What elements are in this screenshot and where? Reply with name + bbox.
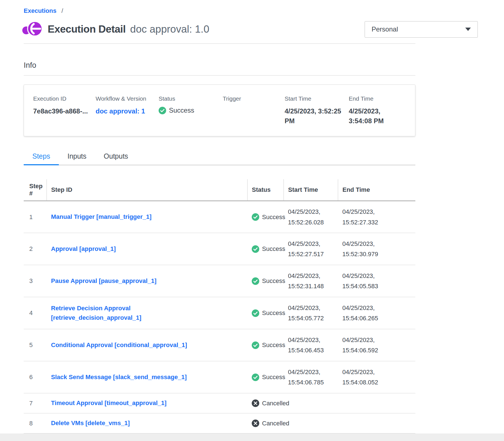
end-time-cell xyxy=(338,413,415,433)
step-id-cell: Conditional Approval [conditional_approv… xyxy=(47,329,247,361)
cancelled-x-icon xyxy=(252,399,259,407)
scope-dropdown-value: Personal xyxy=(372,25,398,33)
step-num-cell: 5 xyxy=(24,329,47,361)
step-id-cell: Approval [approval_1] xyxy=(47,233,247,265)
step-num-cell: 2 xyxy=(24,233,47,265)
success-check-icon xyxy=(252,341,259,349)
table-row: 7 Timeout Approval [timeout_approval_1] … xyxy=(24,393,415,413)
status-text: Success xyxy=(262,341,285,349)
status-text: Success xyxy=(262,277,285,285)
success-check-icon xyxy=(252,245,259,253)
table-row: 1 Manual Trigger [manual_trigger_1] Succ… xyxy=(24,201,415,233)
step-num-cell: 7 xyxy=(24,393,47,413)
table-row: 6 Slack Send Message [slack_send_message… xyxy=(24,361,415,393)
step-link[interactable]: Delete VMs [delete_vms_1] xyxy=(51,418,130,428)
step-link[interactable]: Pause Approval [pause_approval_1] xyxy=(51,276,156,286)
step-id-cell: Delete VMs [delete_vms_1] xyxy=(47,413,247,433)
end-time-cell: 04/25/2023, 15:54:06.265 xyxy=(338,297,415,329)
info-label: Execution ID xyxy=(33,95,91,102)
end-time-cell: 04/25/2023, 15:52:27.332 xyxy=(338,201,415,233)
execution-status-text: Success xyxy=(169,106,194,114)
info-field-execution-id: Execution ID 7e8ac396-a868-... xyxy=(33,95,96,136)
end-time-cell xyxy=(338,393,415,413)
end-time-cell: 04/25/2023, 15:54:05.583 xyxy=(338,265,415,297)
tab-inputs[interactable]: Inputs xyxy=(59,149,95,165)
step-num-cell: 8 xyxy=(24,413,47,433)
step-link[interactable]: Retrieve Decision Approval [retrieve_dec… xyxy=(51,304,207,323)
table-row: 4 Retrieve Decision Approval [retrieve_d… xyxy=(24,297,415,329)
info-label: Status xyxy=(159,95,218,102)
step-id-cell: Slack Send Message [slack_send_message_1… xyxy=(47,361,247,393)
step-link[interactable]: Slack Send Message [slack_send_message_1… xyxy=(51,372,187,382)
col-header-start-time: Start Time xyxy=(284,179,338,201)
info-label: Start Time xyxy=(285,95,344,102)
col-header-step-num: Step # xyxy=(24,179,47,201)
status-text: Cancelled xyxy=(262,400,289,407)
info-field-status: Status Success xyxy=(159,95,223,136)
steps-table: Step # Step ID Status Start Time End Tim… xyxy=(24,179,415,433)
status-cell: Success xyxy=(247,329,284,361)
start-time-cell xyxy=(284,393,338,413)
execution-status: Success xyxy=(159,106,218,114)
col-header-end-time: End Time xyxy=(338,179,415,201)
start-time-cell xyxy=(284,413,338,433)
step-id-cell: Retrieve Decision Approval [retrieve_dec… xyxy=(47,297,247,329)
success-check-icon xyxy=(252,374,259,381)
start-time-cell: 04/25/2023, 15:54:05.772 xyxy=(284,297,338,329)
table-row: 3 Pause Approval [pause_approval_1] Succ… xyxy=(24,265,415,297)
status-cell: Success xyxy=(247,297,284,329)
status-cell: Success xyxy=(247,361,284,393)
breadcrumb-separator: / xyxy=(62,7,63,14)
status-text: Success xyxy=(262,309,285,317)
status-text: Success xyxy=(262,214,285,221)
col-header-step-id: Step ID xyxy=(47,179,247,201)
success-check-icon xyxy=(252,309,259,317)
success-check-icon xyxy=(159,107,166,114)
start-time-value: 4/25/2023, 3:52:25 PM xyxy=(285,106,344,126)
info-field-workflow-version: Workflow & Version doc approval: 1 xyxy=(96,95,159,136)
step-num-cell: 6 xyxy=(24,361,47,393)
info-field-end-time: End Time 4/25/2023, 3:54:08 PM xyxy=(349,95,407,136)
status-text: Success xyxy=(262,245,285,253)
step-num-cell: 4 xyxy=(24,297,47,329)
title-group: Execution Detail doc approval: 1.0 xyxy=(24,20,209,38)
step-id-cell: Pause Approval [pause_approval_1] xyxy=(47,265,247,297)
status-text: Cancelled xyxy=(262,420,289,427)
step-num-cell: 1 xyxy=(24,201,47,233)
workflow-icon xyxy=(22,20,43,38)
step-link[interactable]: Timeout Approval [timeout_approval_1] xyxy=(51,398,166,408)
tab-bar: Steps Inputs Outputs xyxy=(24,149,415,165)
step-link[interactable]: Manual Trigger [manual_trigger_1] xyxy=(51,212,152,222)
page-bottom-strip xyxy=(0,433,504,441)
cancelled-x-icon xyxy=(252,420,259,427)
info-field-start-time: Start Time 4/25/2023, 3:52:25 PM xyxy=(285,95,349,136)
status-cell: Success xyxy=(247,201,284,233)
status-text: Success xyxy=(262,374,285,381)
start-time-cell: 04/25/2023, 15:54:06.785 xyxy=(284,361,338,393)
end-time-cell: 04/25/2023, 15:54:06.592 xyxy=(338,329,415,361)
info-field-trigger: Trigger xyxy=(223,95,285,136)
step-link[interactable]: Conditional Approval [conditional_approv… xyxy=(51,340,187,350)
success-check-icon xyxy=(252,213,259,221)
col-header-status: Status xyxy=(247,179,284,201)
breadcrumb: Executions / xyxy=(24,7,504,14)
status-cell: Cancelled xyxy=(247,413,284,433)
info-label: End Time xyxy=(349,95,403,102)
start-time-cell: 04/25/2023, 15:54:06.453 xyxy=(284,329,338,361)
table-header-row: Step # Step ID Status Start Time End Tim… xyxy=(24,179,415,201)
tab-outputs[interactable]: Outputs xyxy=(95,149,137,165)
scope-dropdown[interactable]: Personal xyxy=(365,21,478,38)
table-row: 5 Conditional Approval [conditional_appr… xyxy=(24,329,415,361)
info-label: Workflow & Version xyxy=(96,95,154,102)
breadcrumb-link-executions[interactable]: Executions xyxy=(24,7,56,14)
step-link[interactable]: Approval [approval_1] xyxy=(51,244,116,254)
info-label: Trigger xyxy=(223,95,280,102)
chevron-down-icon xyxy=(465,28,471,31)
status-cell: Success xyxy=(247,265,284,297)
page-subtitle: doc approval: 1.0 xyxy=(130,23,209,35)
info-divider xyxy=(24,75,415,76)
end-time-cell: 04/25/2023, 15:54:08.052 xyxy=(338,361,415,393)
workflow-version-link[interactable]: doc approval: 1 xyxy=(96,106,145,116)
start-time-cell: 04/25/2023, 15:52:31.148 xyxy=(284,265,338,297)
tab-steps[interactable]: Steps xyxy=(24,149,59,165)
